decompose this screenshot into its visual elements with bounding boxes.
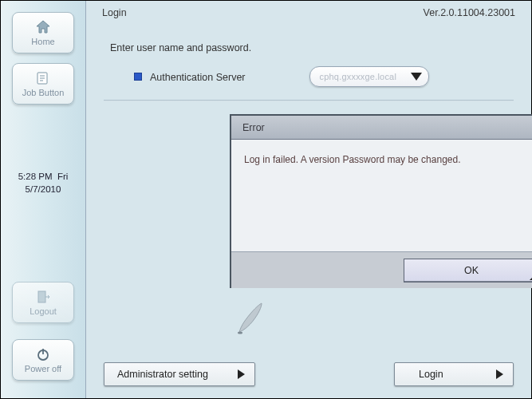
date-text: 5/7/2010: [18, 183, 69, 196]
bullet-icon: [134, 73, 142, 81]
job-icon: [34, 70, 52, 86]
admin-setting-label: Administrator setting: [117, 369, 208, 380]
login-button-label: Login: [419, 369, 443, 380]
job-button[interactable]: Job Button: [12, 63, 74, 105]
main-area: Login Ver.2.0.11004.23001 Enter user nam…: [86, 1, 531, 398]
auth-server-label: Authentication Server: [150, 72, 246, 83]
poweroff-label: Power off: [25, 364, 61, 373]
ok-button[interactable]: OK: [404, 259, 532, 282]
home-button[interactable]: Home: [12, 12, 74, 53]
logout-icon: [34, 289, 52, 305]
svg-rect-1: [38, 291, 45, 302]
error-message: Log in failed. A version Password may be…: [231, 140, 532, 251]
home-icon: [34, 19, 52, 35]
home-label: Home: [31, 37, 54, 46]
error-dialog: Error Log in failed. A version Password …: [230, 114, 532, 288]
logout-button[interactable]: Logout: [12, 282, 74, 323]
error-title: Error: [231, 116, 532, 140]
bottom-bar: Administrator setting Login: [86, 358, 531, 390]
auth-server-value: cphq.gxxxxge.local: [320, 72, 397, 81]
svg-point-4: [238, 332, 242, 334]
triangle-right-icon: [496, 369, 503, 379]
login-button[interactable]: Login: [394, 362, 514, 386]
sidebar: Home Job Button 5:28 PM Fri 5/7/2010 Log…: [1, 1, 86, 398]
job-button-label: Job Button: [22, 88, 65, 97]
logout-label: Logout: [30, 306, 57, 316]
poweroff-button[interactable]: Power off: [12, 339, 74, 381]
screen-root: Home Job Button 5:28 PM Fri 5/7/2010 Log…: [0, 0, 532, 399]
chevron-down-icon: [411, 73, 422, 81]
datetime: 5:28 PM Fri 5/7/2010: [18, 170, 69, 196]
time-text: 5:28 PM: [18, 172, 53, 181]
auth-server-row: Authentication Server cphq.gxxxxge.local: [86, 66, 531, 87]
day-text: Fri: [57, 172, 68, 181]
error-actions: OK: [231, 251, 532, 288]
power-icon: [34, 346, 52, 362]
triangle-right-icon: [238, 369, 245, 379]
auth-server-dropdown[interactable]: cphq.gxxxxge.local: [309, 66, 429, 87]
divider: [104, 100, 514, 101]
instruction-text: Enter user name and password.: [86, 25, 531, 66]
admin-setting-button[interactable]: Administrator setting: [104, 362, 255, 386]
ok-label: OK: [464, 265, 479, 276]
pointer-hand-icon: [230, 300, 270, 340]
